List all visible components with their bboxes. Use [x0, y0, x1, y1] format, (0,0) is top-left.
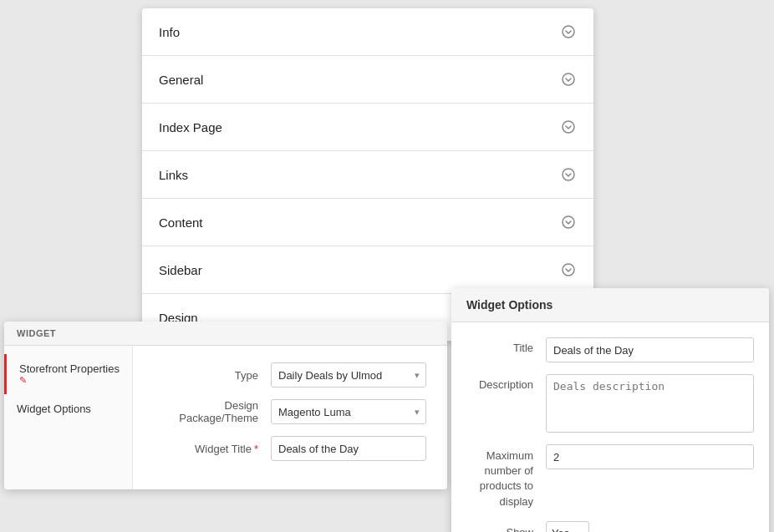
accordion-item-label: Links [159, 168, 188, 182]
description-row: Description [466, 374, 754, 433]
show-countdown-select[interactable]: Yes No [546, 521, 589, 532]
widget-options-body: Title Description Maximum number of prod… [451, 322, 769, 532]
accordion-item[interactable]: Sidebar [142, 246, 593, 294]
type-label: Type [154, 369, 271, 382]
title-label: Title [466, 337, 546, 354]
max-products-row: Maximum number of products to display [466, 444, 754, 509]
sidebar-item-storefront-properties[interactable]: Storefront Properties ✎ [4, 354, 132, 394]
accordion-item[interactable]: Links [142, 151, 593, 199]
design-label: Design Package/Theme [154, 399, 271, 424]
show-countdown-row: Show countdown timer? Yes No ▾ [466, 521, 754, 532]
widget-body: Storefront Properties ✎ Widget Options T… [4, 346, 447, 489]
svg-point-5 [563, 264, 574, 276]
type-select[interactable]: Daily Deals by Ulmod [271, 362, 426, 388]
chevron-down-icon [560, 166, 577, 183]
svg-point-2 [563, 121, 574, 133]
accordion-item-label: General [159, 73, 203, 87]
max-products-label: Maximum number of products to display [466, 444, 546, 509]
chevron-down-icon [560, 119, 577, 135]
type-row: Type Daily Deals by Ulmod ▾ [154, 362, 426, 388]
chevron-down-icon [560, 23, 577, 40]
chevron-down-icon [560, 71, 577, 88]
accordion-item[interactable]: Info [142, 8, 593, 56]
widget-header: WIDGET [4, 322, 447, 346]
sidebar-item-label: Storefront Properties [19, 362, 120, 375]
design-row: Design Package/Theme Magento Luma ▾ [154, 399, 426, 424]
svg-point-4 [563, 216, 574, 228]
widget-sidebar: Storefront Properties ✎ Widget Options [4, 346, 133, 489]
description-textarea[interactable] [546, 374, 754, 433]
widget-content: Type Daily Deals by Ulmod ▾ Design Packa… [133, 346, 447, 489]
chevron-down-icon [560, 261, 577, 278]
svg-point-0 [563, 26, 574, 38]
design-select-wrap: Magento Luma ▾ [271, 399, 426, 424]
title-input[interactable] [546, 337, 754, 362]
description-label: Description [466, 374, 546, 391]
sidebar-item-sub: ✎ [19, 375, 120, 386]
svg-point-3 [563, 169, 574, 180]
chevron-down-icon [560, 214, 577, 231]
widget-title-input[interactable] [271, 436, 426, 461]
widget-title-label: Widget Title* [154, 443, 271, 455]
accordion-item-label: Content [159, 215, 203, 230]
accordion-item[interactable]: Index Page [142, 104, 593, 151]
title-row: Title [466, 337, 754, 362]
widget-options-header: Widget Options [451, 288, 769, 322]
max-products-input[interactable] [546, 444, 754, 469]
widget-title-row: Widget Title* [154, 436, 426, 461]
widget-panel: WIDGET Storefront Properties ✎ Widget Op… [4, 322, 447, 489]
accordion-item[interactable]: General [142, 56, 593, 104]
show-countdown-group: Yes No ▾ [546, 521, 754, 532]
design-select[interactable]: Magento Luma [271, 399, 426, 424]
svg-point-1 [563, 73, 574, 85]
sidebar-item-widget-options[interactable]: Widget Options [4, 394, 132, 423]
widget-options-panel: Widget Options Title Description Maximum… [451, 288, 769, 532]
accordion-item-label: Sidebar [159, 263, 202, 277]
type-select-wrap: Daily Deals by Ulmod ▾ [271, 362, 426, 388]
accordion-item-label: Index Page [159, 120, 222, 134]
accordion-item[interactable]: Content [142, 199, 593, 246]
show-countdown-label: Show countdown timer? [466, 521, 546, 532]
show-countdown-select-wrap: Yes No ▾ [546, 521, 589, 532]
sidebar-item-label: Widget Options [17, 403, 120, 415]
accordion-item-label: Info [159, 25, 180, 39]
